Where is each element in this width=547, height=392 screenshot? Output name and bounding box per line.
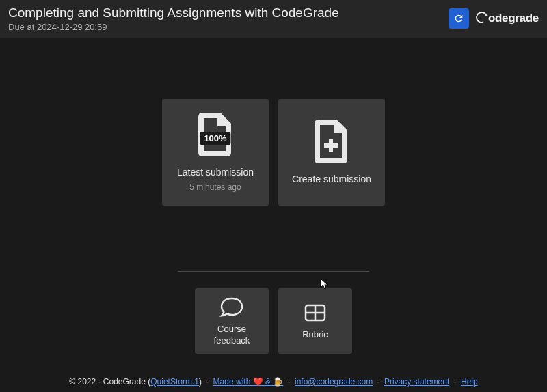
refresh-button[interactable] [449, 8, 469, 29]
made-with-link[interactable]: Made with ❤️ & 🍺 [213, 377, 284, 387]
create-submission-card[interactable]: Create submission [278, 99, 385, 206]
header-left: Completing and Submitting Assignments wi… [8, 5, 449, 32]
rubric-label: Rubric [302, 329, 328, 341]
main-content: 100% Latest submission 5 minutes ago Cre… [0, 38, 547, 354]
refresh-icon [453, 13, 464, 24]
course-feedback-card[interactable]: Coursefeedback [195, 288, 269, 354]
latest-submission-label: Latest submission [177, 166, 254, 178]
create-submission-label: Create submission [292, 173, 371, 185]
footer: © 2022 - CodeGrade (QuietStorm.1) - Made… [0, 370, 547, 392]
privacy-link[interactable]: Privacy statement [384, 377, 449, 387]
latest-submission-time: 5 minutes ago [189, 182, 241, 192]
chat-icon [219, 295, 244, 320]
secondary-cards-row: Coursefeedback Rubric [195, 288, 352, 354]
percent-badge: 100% [200, 132, 230, 145]
file-plus-icon-container [315, 120, 349, 166]
version-link[interactable]: QuietStorm.1 [150, 377, 199, 387]
rubric-card[interactable]: Rubric [278, 288, 352, 354]
file-plus-icon [315, 120, 349, 163]
course-feedback-label: Coursefeedback [214, 324, 250, 347]
header-right: odegrade [449, 8, 539, 29]
header: Completing and Submitting Assignments wi… [0, 0, 547, 38]
codegrade-logo: odegrade [476, 12, 539, 25]
primary-cards-row: 100% Latest submission 5 minutes ago Cre… [162, 99, 385, 206]
page-title: Completing and Submitting Assignments wi… [8, 5, 449, 21]
copyright-text: © 2022 - CodeGrade ( [69, 377, 150, 387]
file-icon-container: 100% [198, 113, 232, 159]
logo-c-icon [474, 10, 490, 26]
email-link[interactable]: info@codegrade.com [295, 377, 373, 387]
divider [178, 271, 369, 272]
table-icon [303, 300, 328, 325]
latest-submission-card[interactable]: 100% Latest submission 5 minutes ago [162, 99, 269, 206]
help-link[interactable]: Help [461, 377, 478, 387]
due-date: Due at 2024-12-29 20:59 [8, 22, 449, 32]
